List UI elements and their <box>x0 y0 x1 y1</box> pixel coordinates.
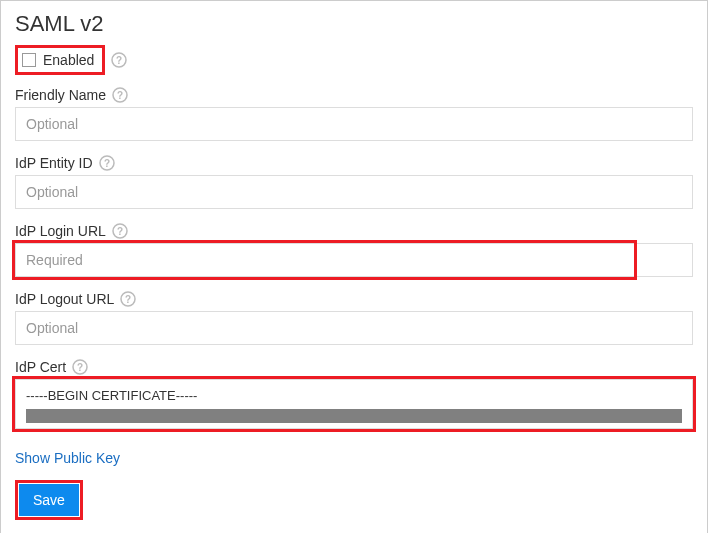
svg-text:?: ? <box>77 362 83 373</box>
help-icon[interactable]: ? <box>111 52 127 68</box>
save-button-highlight: Save <box>15 480 83 520</box>
idp-logout-url-label: IdP Logout URL <box>15 291 114 307</box>
save-button[interactable]: Save <box>19 484 79 516</box>
idp-cert-label: IdP Cert <box>15 359 66 375</box>
enabled-checkbox-wrap[interactable]: Enabled <box>19 49 99 71</box>
idp-entity-id-label: IdP Entity ID <box>15 155 93 171</box>
idp-entity-id-group: IdP Entity ID ? <box>15 155 693 209</box>
friendly-name-input[interactable] <box>15 107 693 141</box>
idp-logout-url-input[interactable] <box>15 311 693 345</box>
help-icon[interactable]: ? <box>120 291 136 307</box>
svg-text:?: ? <box>104 158 110 169</box>
help-icon[interactable]: ? <box>72 359 88 375</box>
cert-redaction <box>26 409 682 423</box>
idp-login-url-input[interactable] <box>15 243 693 277</box>
section-title: SAML v2 <box>15 11 693 37</box>
enabled-label: Enabled <box>43 52 94 68</box>
idp-logout-url-group: IdP Logout URL ? <box>15 291 693 345</box>
friendly-name-label: Friendly Name <box>15 87 106 103</box>
svg-text:?: ? <box>125 294 131 305</box>
help-icon[interactable]: ? <box>112 87 128 103</box>
enabled-highlight: Enabled <box>15 45 105 75</box>
idp-login-url-label: IdP Login URL <box>15 223 106 239</box>
help-icon[interactable]: ? <box>99 155 115 171</box>
friendly-name-group: Friendly Name ? <box>15 87 693 141</box>
show-public-key-link[interactable]: Show Public Key <box>15 450 120 466</box>
idp-login-url-group: IdP Login URL ? <box>15 223 693 277</box>
svg-text:?: ? <box>117 226 123 237</box>
idp-entity-id-input[interactable] <box>15 175 693 209</box>
svg-text:?: ? <box>116 55 122 66</box>
enabled-row: Enabled ? <box>15 45 693 75</box>
svg-text:?: ? <box>117 90 123 101</box>
enabled-checkbox[interactable] <box>22 53 36 67</box>
idp-cert-group: IdP Cert ? <box>15 359 693 432</box>
help-icon[interactable]: ? <box>112 223 128 239</box>
